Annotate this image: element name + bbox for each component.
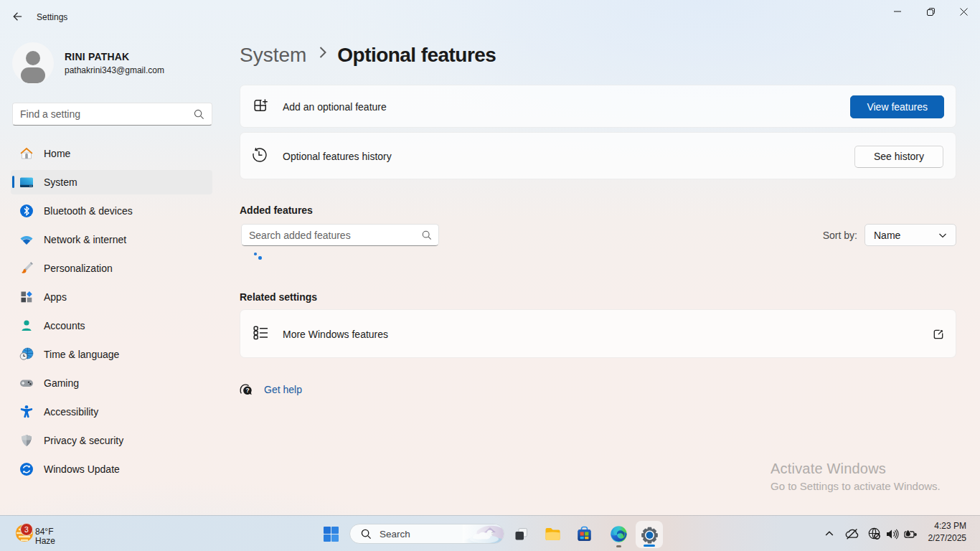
svg-text:3: 3: [24, 525, 29, 534]
svg-text:?: ?: [245, 387, 249, 394]
